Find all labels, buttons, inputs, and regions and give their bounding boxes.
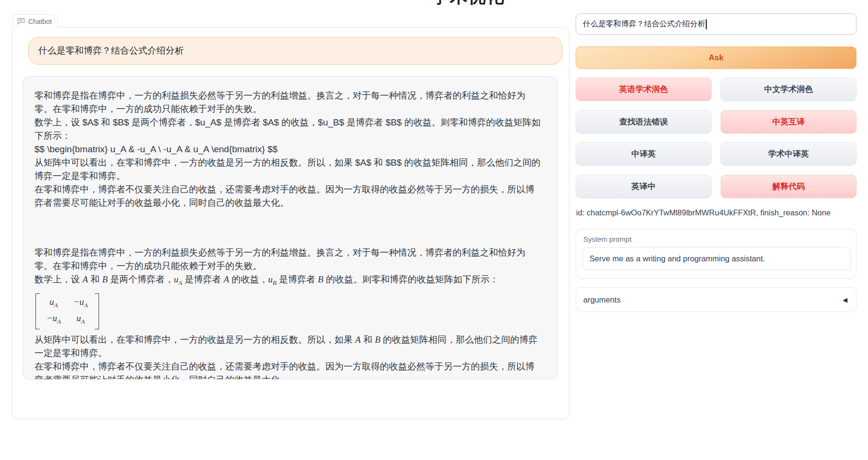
- quick-button-en-to-zh[interactable]: 英译中: [576, 175, 712, 198]
- bot-paragraph-mathline: 数学上，设 A 和 B 是两个博弈者，uA 是博弈者 A 的收益，uB 是博弈者…: [34, 273, 543, 290]
- bot-paragraph-latex: $$ \begin{bmatrix} u_A & -u_A \ -u_A & u…: [34, 143, 543, 156]
- quick-button-chinese-polish[interactable]: 中文学术润色: [721, 78, 857, 101]
- matrix-cell: uA: [46, 295, 61, 312]
- chatbot-panel: Chatbot 什么是零和博弈？结合公式介绍分析 零和博弈是指在博弈中，一方的利…: [12, 27, 569, 419]
- matrix-cell: uA: [73, 312, 88, 328]
- math-var: A: [223, 274, 229, 284]
- math-var: uB: [268, 274, 276, 284]
- text-caret: [706, 19, 707, 29]
- system-prompt-group: System prompt Serve me as a writing and …: [576, 229, 857, 279]
- bot-message-bubble: 零和博弈是指在博弈中，一方的利益损失必然等于另一方的利益增益。换言之，对于每一种…: [22, 76, 558, 380]
- bot-paragraph: 数学上，设 $A$ 和 $B$ 是两个博弈者，$u_A$ 是博弈者 $A$ 的收…: [34, 116, 543, 143]
- quick-button-english-polish[interactable]: 英语学术润色: [576, 78, 712, 101]
- bot-paragraph-mathline: 从矩阵中可以看出，在零和博弈中，一方的收益是另一方的相反数。所以，如果 A 和 …: [34, 333, 543, 360]
- system-prompt-input[interactable]: Serve me as a writing and programming as…: [582, 247, 851, 270]
- chatbot-label: Chatbot: [12, 14, 58, 28]
- math-var: B: [318, 274, 323, 284]
- quick-button-zh-en-translate[interactable]: 中英互译: [721, 110, 857, 134]
- quick-button-academic-zh-en[interactable]: 学术中译英: [721, 142, 857, 166]
- math-var: uA: [174, 274, 182, 284]
- ask-button[interactable]: Ask: [576, 46, 857, 69]
- bot-paragraph: 在零和博弈中，博弈者不仅要关注自己的收益，还需要考虑对手的收益。因为一方取得的收…: [34, 183, 543, 210]
- response-status-line: id: chatcmpl-6wOo7KrYTwMl89lbrMWRu4UkFFX…: [576, 208, 831, 217]
- arguments-accordion-label: arguments: [583, 295, 621, 304]
- quick-button-explain-code[interactable]: 解释代码: [721, 175, 857, 198]
- question-input-value: 什么是零和博弈？结合公式介绍分析: [583, 19, 705, 29]
- system-prompt-label: System prompt: [583, 235, 850, 243]
- paragraph-gap: [34, 210, 543, 246]
- app-root: 学术优化 Chatbot 什么是零和博弈？结合公式介绍分析 零和博弈是指在博弈中…: [0, 0, 868, 460]
- system-prompt-value: Serve me as a writing and programming as…: [590, 254, 765, 263]
- user-message-bubble: 什么是零和博弈？结合公式介绍分析: [28, 37, 563, 65]
- math-matrix: uA −uA −uA uA: [35, 293, 99, 330]
- page-title: 学术优化: [432, 0, 504, 9]
- math-var: A: [355, 335, 361, 345]
- bot-paragraph: 从矩阵中可以看出，在零和博弈中，一方的收益是另一方的相反数。所以，如果 $A$ …: [34, 156, 543, 183]
- question-input[interactable]: 什么是零和博弈？结合公式介绍分析: [576, 13, 857, 35]
- accordion-collapse-icon: ◀: [843, 296, 847, 303]
- bot-paragraph: 零和博弈是指在博弈中，一方的利益损失必然等于另一方的利益增益。换言之，对于每一种…: [34, 246, 543, 273]
- user-message-text: 什么是零和博弈？结合公式介绍分析: [38, 45, 184, 57]
- chatbot-label-text: Chatbot: [28, 18, 52, 25]
- bot-paragraph: 在零和博弈中，博弈者不仅要关注自己的收益，还需要考虑对手的收益。因为一方取得的收…: [34, 360, 543, 380]
- matrix-cell: −uA: [73, 295, 88, 312]
- math-var: B: [102, 274, 108, 284]
- matrix-right-bracket: [95, 293, 99, 330]
- math-var: A: [82, 274, 88, 284]
- quick-button-find-grammar[interactable]: 查找语法错误: [576, 110, 712, 134]
- chat-bubble-icon: [17, 18, 25, 25]
- arguments-accordion[interactable]: arguments ◀: [576, 287, 857, 312]
- matrix-cell: −uA: [46, 312, 61, 328]
- quick-button-zh-to-en[interactable]: 中译英: [576, 142, 712, 166]
- bot-paragraph: 零和博弈是指在博弈中，一方的利益损失必然等于另一方的利益增益。换言之，对于每一种…: [34, 89, 543, 116]
- matrix-left-bracket: [35, 293, 40, 330]
- math-var: B: [375, 335, 380, 345]
